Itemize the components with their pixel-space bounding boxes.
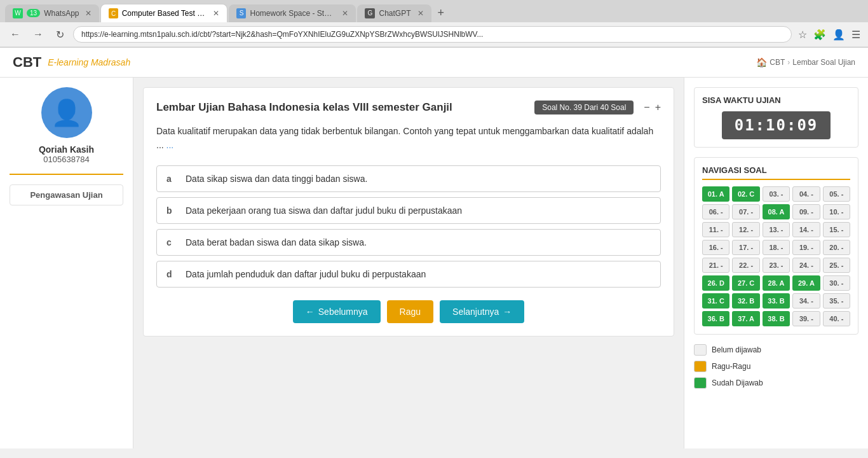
nav-item-36[interactable]: 36. B [702, 311, 729, 326]
nav-item-15[interactable]: 15. - [823, 222, 850, 237]
close-tab-whatsapp[interactable]: ✕ [85, 9, 92, 18]
option-d[interactable]: d Data jumlah penduduk dan daftar judul … [156, 261, 661, 288]
question-body: Data kualitatif merupakan data yang tida… [156, 126, 653, 150]
nav-item-13[interactable]: 13. - [763, 222, 790, 237]
nav-item-11[interactable]: 11. - [702, 222, 729, 237]
ragu-button-label: Ragu [400, 307, 421, 317]
nav-item-19[interactable]: 19. - [792, 240, 820, 255]
nav-item-27[interactable]: 27. C [732, 275, 759, 291]
ragu-button[interactable]: Ragu [387, 300, 433, 323]
legend-unanswered-box [694, 344, 707, 356]
nav-item-35[interactable]: 35. - [823, 293, 850, 309]
close-tab-studyx[interactable]: ✕ [342, 9, 348, 18]
reload-button[interactable]: ↻ [52, 27, 68, 42]
option-b-text: Data pekerjaan orang tua siswa dan dafta… [186, 205, 462, 216]
nav-item-24[interactable]: 24. - [792, 258, 820, 273]
breadcrumb-cbt: CBT [770, 58, 785, 67]
nav-item-37[interactable]: 37. A [732, 311, 759, 326]
nav-item-34[interactable]: 34. - [792, 293, 820, 309]
tab-studyx[interactable]: S Homework Space - StudyX ✕ [229, 4, 356, 22]
legend-unanswered-label: Belum dijawab [712, 345, 761, 354]
next-button[interactable]: Selanjutnya → [440, 300, 524, 323]
minimize-button[interactable]: − [644, 102, 649, 113]
nav-item-28[interactable]: 28. A [763, 275, 790, 291]
options-list: a Data sikap siswa dan data tinggi badan… [156, 165, 661, 288]
profile-button[interactable]: 👤 [831, 27, 846, 42]
tab-whatsapp-label: WhatsApp [44, 9, 79, 18]
nav-item-07[interactable]: 07. - [732, 204, 759, 219]
nav-item-21[interactable]: 21. - [702, 258, 729, 273]
new-tab-button[interactable]: + [433, 4, 450, 22]
nav-item-29[interactable]: 29. A [792, 275, 820, 291]
app-body: 👤 Qoriah Kasih 0105638784 Pengawasan Uji… [0, 78, 868, 448]
legend: Belum dijawab Ragu-Ragu Sudah Dijawab [694, 344, 858, 389]
nav-item-40[interactable]: 40. - [823, 311, 850, 326]
breadcrumb-separator: › [787, 58, 790, 67]
prev-button[interactable]: ← Sebelumnya [293, 300, 381, 323]
exam-header-right: Soal No. 39 Dari 40 Soal − + [534, 101, 661, 114]
option-b-label: b [166, 205, 176, 216]
address-input[interactable] [73, 26, 792, 43]
action-buttons: ← Sebelumnya Ragu Selanjutnya → [156, 300, 661, 323]
nav-item-09[interactable]: 09. - [792, 204, 820, 219]
next-arrow-icon: → [503, 307, 512, 317]
nav-item-05[interactable]: 05. - [823, 186, 850, 202]
close-tab-cbt[interactable]: ✕ [213, 9, 219, 18]
nav-item-01[interactable]: 01. A [702, 186, 729, 202]
nav-item-26[interactable]: 26. D [702, 275, 729, 291]
nav-item-02[interactable]: 02. C [732, 186, 759, 202]
navigation-title: NAVIGASI SOAL [702, 165, 850, 180]
nav-item-08[interactable]: 08. A [763, 204, 790, 219]
forward-button[interactable]: → [29, 27, 47, 41]
user-name: Qoriah Kasih [10, 144, 123, 155]
exam-controls: − + [644, 102, 661, 113]
nav-item-39[interactable]: 39. - [792, 311, 820, 326]
nav-item-14[interactable]: 14. - [792, 222, 820, 237]
nav-item-38[interactable]: 38. B [763, 311, 790, 326]
bookmark-button[interactable]: ☆ [797, 27, 808, 42]
tab-studyx-label: Homework Space - StudyX [250, 9, 336, 18]
expand-button[interactable]: + [655, 102, 661, 113]
exam-card: Lembar Ujian Bahasa Indonesia kelas VIII… [143, 87, 674, 337]
tab-cbt[interactable]: C Computer Based Test (CBT) ✕ [100, 4, 227, 22]
whatsapp-favicon: W [13, 8, 23, 18]
tab-whatsapp[interactable]: W 13 WhatsApp ✕ [5, 4, 99, 22]
breadcrumb: 🏠 CBT › Lembar Soal Ujian [756, 57, 855, 67]
nav-item-16[interactable]: 16. - [702, 240, 729, 255]
breadcrumb-current: Lembar Soal Ujian [792, 58, 855, 67]
nav-item-22[interactable]: 22. - [732, 258, 759, 273]
legend-answered-label: Sudah Dijawab [712, 378, 763, 387]
nav-item-25[interactable]: 25. - [823, 258, 850, 273]
user-id: 0105638784 [10, 155, 123, 164]
nav-item-17[interactable]: 17. - [732, 240, 759, 255]
nav-item-30[interactable]: 30. - [823, 275, 850, 291]
extensions-button[interactable]: 🧩 [812, 27, 827, 42]
tab-chatgpt-label: ChatGPT [379, 9, 410, 18]
timer-title: SISA WAKTU UJIAN [702, 95, 850, 105]
prev-arrow-icon: ← [306, 307, 315, 317]
exam-header: Lembar Ujian Bahasa Indonesia kelas VIII… [156, 101, 661, 114]
nav-item-12[interactable]: 12. - [732, 222, 759, 237]
nav-item-33[interactable]: 33. B [763, 293, 790, 309]
option-c-text: Data berat badan siswa dan data sikap si… [186, 237, 367, 247]
nav-item-20[interactable]: 20. - [823, 240, 850, 255]
nav-item-06[interactable]: 06. - [702, 204, 729, 219]
tab-chatgpt[interactable]: G ChatGPT ✕ [357, 4, 431, 22]
nav-item-31[interactable]: 31. C [702, 293, 729, 309]
option-b[interactable]: b Data pekerjaan orang tua siswa dan daf… [156, 197, 661, 224]
menu-button[interactable]: ☰ [850, 27, 862, 42]
back-button[interactable]: ← [6, 27, 24, 41]
nav-item-03[interactable]: 03. - [763, 186, 790, 202]
pengawasan-label: Pengawasan Ujian [10, 184, 123, 205]
nav-item-04[interactable]: 04. - [792, 186, 820, 202]
option-c[interactable]: c Data berat badan siswa dan data sikap … [156, 229, 661, 256]
legend-answered-box [694, 377, 707, 389]
nav-item-32[interactable]: 32. B [732, 293, 759, 309]
option-a[interactable]: a Data sikap siswa dan data tinggi badan… [156, 165, 661, 192]
nav-item-10[interactable]: 10. - [823, 204, 850, 219]
nav-item-18[interactable]: 18. - [763, 240, 790, 255]
navigation-grid: 01. A02. C03. -04. -05. -06. -07. -08. A… [702, 186, 850, 326]
nav-item-23[interactable]: 23. - [763, 258, 790, 273]
option-a-label: a [166, 174, 176, 184]
close-tab-chatgpt[interactable]: ✕ [417, 9, 424, 18]
